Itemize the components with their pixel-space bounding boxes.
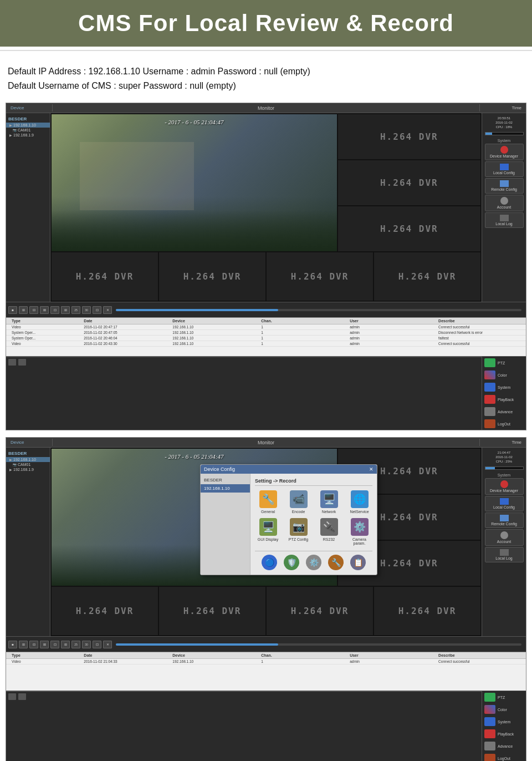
sidebar-title-2: BESDER <box>6 450 50 457</box>
fps30-btn-2[interactable]: 30 <box>82 641 91 648</box>
config-icon-general[interactable]: 🔧 General <box>255 490 281 514</box>
volume-slider-1[interactable] <box>116 309 521 311</box>
config-icon-camera[interactable]: ⚙️ Camera param. <box>346 518 372 545</box>
cms-controls-2: ■ ⊞ ⊟ ⊠ ⊡ ⊞ 25 30 ⊡ ✕ <box>6 636 526 652</box>
monitor2-bottom-row: H.264 DVR H.264 DVR H.264 DVR H.264 DVR <box>50 586 482 636</box>
sidebar-item-cam1[interactable]: 📷 CAM01 <box>6 128 50 133</box>
grid5-btn[interactable]: ⊞ <box>61 306 70 314</box>
config-icon-rs232[interactable]: 🔌 RS232 <box>316 518 342 545</box>
grid2-btn[interactable]: ⊟ <box>29 306 38 314</box>
stop-btn[interactable]: ■ <box>8 306 17 314</box>
ptz-btn-2[interactable]: PTZ <box>482 691 526 703</box>
sidebar-item-ip3[interactable]: ▶ 192.168.1.10 <box>6 457 50 462</box>
monitor-label-2: Monitor <box>258 440 274 445</box>
bottom-icon-4[interactable] <box>18 693 26 700</box>
config-icon-encode[interactable]: 📹 Encode <box>285 490 311 514</box>
config-dialog-content: Setting -> Record 🔧 General 📹 Encode <box>250 474 377 575</box>
color-btn-1[interactable]: Color <box>482 369 526 381</box>
info-line-2: Default Username of CMS : super Password… <box>8 79 524 93</box>
system-func-btn-2[interactable]: System <box>482 716 526 728</box>
local-log-btn-1[interactable]: Local Log <box>485 212 524 228</box>
logout-btn-2[interactable]: LogOut <box>482 752 526 761</box>
local-config-btn-1[interactable]: Local Config <box>485 161 524 177</box>
grid1-btn-2[interactable]: ⊞ <box>19 641 28 648</box>
close-btn-2[interactable]: ✕ <box>103 641 112 648</box>
grid4-btn-2[interactable]: ⊡ <box>50 641 59 648</box>
ptz-btn-1[interactable]: PTZ <box>482 357 526 369</box>
account-btn-2[interactable]: Account <box>485 529 524 546</box>
remote-config-btn-1[interactable]: Remote Config <box>485 178 524 194</box>
playback-btn-2[interactable]: PlayBack <box>482 728 526 740</box>
timestamp-overlay-2: - 2017 - 6 - 05 21:04:47 <box>165 453 223 460</box>
fps30-btn[interactable]: 30 <box>82 306 91 314</box>
cms-screenshot-1: Device Monitor Time BESDER ▶ 192.168.1.1… <box>6 103 526 430</box>
config-icon-gui[interactable]: 🖥️ GUI Display <box>255 518 281 545</box>
config-bottom-icon-4[interactable]: 🔧 <box>328 555 344 570</box>
monitor-top-row: - 2017 - 6 - 05 21:04:47 H.264 DVR H.264… <box>50 113 482 252</box>
config-close-btn[interactable]: ✕ <box>369 466 374 472</box>
logout-btn-1[interactable]: LogOut <box>482 418 526 430</box>
local-config-btn-2[interactable]: Local Config <box>485 496 524 511</box>
config-icon-network[interactable]: 🖥️ Network <box>316 490 342 514</box>
sidebar-item-ip4[interactable]: ▶ 192.168.1.9 <box>6 467 50 472</box>
dvr-cell-b1: H.264 DVR <box>52 252 158 301</box>
bottom-icon-2[interactable] <box>18 359 26 366</box>
stop-btn-2[interactable]: ■ <box>8 641 17 648</box>
fps25-btn[interactable]: 25 <box>71 306 80 314</box>
record-btn[interactable]: ⊡ <box>93 306 101 314</box>
config-bottom-icon-2[interactable]: 🛡️ <box>284 555 299 570</box>
cpu-bar-1 <box>485 133 492 135</box>
system-func-btn-1[interactable]: System <box>482 381 526 393</box>
dvr-cell-2-b3: H.264 DVR <box>267 587 373 635</box>
config-sidebar-besder[interactable]: BESDER <box>201 476 250 484</box>
dvr-cell-tr1: H.264 DVR <box>338 114 480 159</box>
cms-sidebar-left-1[interactable]: BESDER ▶ 192.168.1.10 📷 CAM01 ▶ 192.168.… <box>6 113 50 302</box>
sidebar-item-ip1[interactable]: ▶ 192.168.1.10 <box>6 123 50 128</box>
sidebar-item-cam2[interactable]: 📷 CAM01 <box>6 462 50 467</box>
config-dialog[interactable]: Device Config ✕ BESDER 192.168.1.10 Sett… <box>200 464 377 575</box>
local-log-btn-2[interactable]: Local Log <box>485 547 524 562</box>
cms-topbar-center-1: Monitor <box>53 104 479 112</box>
remote-config-btn-2[interactable]: Remote Config <box>485 513 524 528</box>
cms-topbar-center-2: Monitor <box>53 439 479 447</box>
cpu-bar-2 <box>485 467 495 469</box>
dvr-cell-tr2: H.264 DVR <box>338 160 480 205</box>
device-manager-btn-2[interactable]: Device Manager <box>485 478 524 495</box>
advance-btn-2[interactable]: Advance <box>482 740 526 752</box>
config-icon-netservice[interactable]: 🌐 NetService <box>346 490 372 514</box>
cpu-bar-container-1 <box>485 132 524 135</box>
record-btn-2[interactable]: ⊡ <box>93 641 101 648</box>
advance-btn-1[interactable]: Advance <box>482 405 526 418</box>
dvr-cell-b3: H.264 DVR <box>267 252 373 301</box>
grid3-btn-2[interactable]: ⊠ <box>40 641 49 648</box>
bottombar-2 <box>6 691 482 701</box>
config-icon-ptz[interactable]: 📷 PTZ Config <box>285 518 311 545</box>
cms-sidebar-right-2: 21:04:47 2016-11-02 CPU : 25% System Dev… <box>482 448 526 636</box>
cms-bottom-1: PTZ Color System PlayBack Advance LogOut <box>6 356 526 430</box>
sidebar-item-ip2[interactable]: ▶ 192.168.1.9 <box>6 133 50 138</box>
volume-slider-2[interactable] <box>116 643 521 646</box>
grid4-btn[interactable]: ⊡ <box>50 306 59 314</box>
bottom-icon-1[interactable] <box>8 359 16 366</box>
playback-btn-1[interactable]: PlayBack <box>482 393 526 405</box>
bottom-icon-3[interactable] <box>8 693 16 700</box>
fps25-btn-2[interactable]: 25 <box>71 641 80 648</box>
cms-topbar-left-1: Device <box>8 104 53 111</box>
account-btn-1[interactable]: Account <box>485 195 524 211</box>
config-bottom-icon-1[interactable]: 🔵 <box>262 555 277 570</box>
config-bottom-icons: 🔵 🛡️ ⚙️ 🔧 📋 <box>255 551 372 570</box>
device-manager-btn-1[interactable]: Device Manager <box>485 144 524 160</box>
config-bottom-icon-5[interactable]: 📋 <box>350 555 366 570</box>
main-cam-cell: - 2017 - 6 - 05 21:04:47 <box>52 114 337 251</box>
grid5-btn-2[interactable]: ⊞ <box>61 641 70 648</box>
cms-sidebar-left-2[interactable]: BESDER ▶ 192.168.1.10 📷 CAM01 ▶ 192.168.… <box>6 448 50 636</box>
config-bottom-icon-3[interactable]: ⚙️ <box>306 555 321 570</box>
close-btn[interactable]: ✕ <box>103 306 112 314</box>
color-btn-2[interactable]: Color <box>482 703 526 716</box>
grid3-btn[interactable]: ⊠ <box>40 306 49 314</box>
grid2-btn-2[interactable]: ⊟ <box>29 641 38 648</box>
time-display-1: 20:50:51 2016-11-02 CPU : 18% <box>494 115 514 130</box>
config-dialog-sidebar: BESDER 192.168.1.10 <box>201 474 250 575</box>
config-sidebar-ip[interactable]: 192.168.1.10 <box>201 484 250 493</box>
grid1-btn[interactable]: ⊞ <box>19 306 28 314</box>
